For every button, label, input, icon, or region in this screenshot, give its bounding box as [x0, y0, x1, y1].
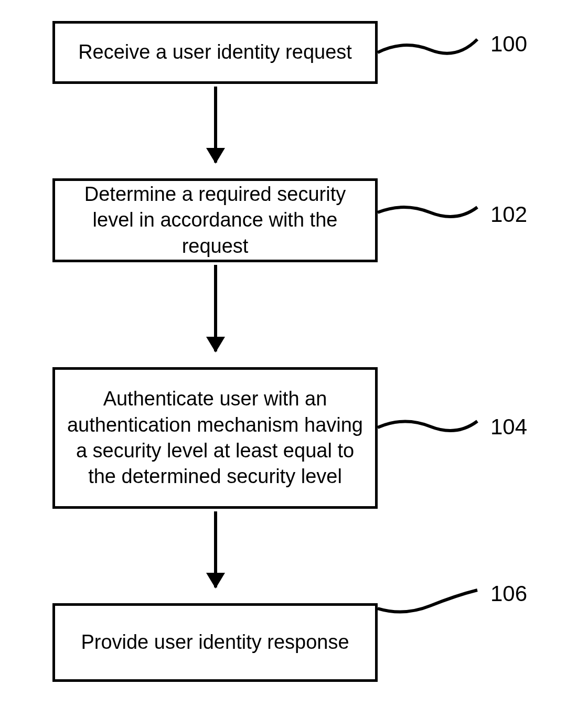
flowchart-diagram: Receive a user identity request 100 Dete… [0, 0, 588, 706]
step-box-106: Provide user identity response [52, 603, 378, 682]
step-box-102: Determine a required security level in a… [52, 178, 378, 262]
connector-line [378, 412, 493, 448]
step-box-100: Receive a user identity request [52, 21, 378, 84]
connector-line [378, 587, 493, 624]
step-text: Receive a user identity request [78, 39, 352, 65]
step-label-100: 100 [490, 31, 527, 57]
step-text: Authenticate user with an authentication… [66, 386, 365, 490]
connector-line [378, 199, 493, 236]
arrow-down [214, 265, 217, 351]
connector-line [378, 34, 493, 71]
step-text: Provide user identity response [81, 629, 349, 655]
step-label-106: 106 [490, 581, 527, 606]
step-box-104: Authenticate user with an authentication… [52, 367, 378, 509]
step-label-104: 104 [490, 414, 527, 440]
step-text: Determine a required security level in a… [66, 181, 365, 259]
arrow-down [214, 87, 217, 163]
arrow-down [214, 511, 217, 587]
step-label-102: 102 [490, 202, 527, 227]
